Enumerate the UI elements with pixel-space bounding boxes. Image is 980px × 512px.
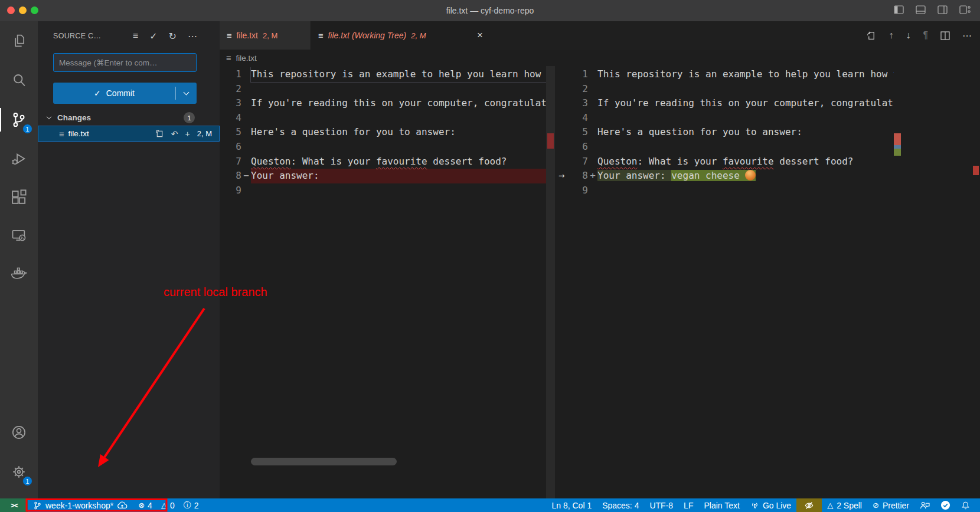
- status-check-button[interactable]: [935, 498, 956, 512]
- code-line: 5Here's a question for you to answer:: [220, 125, 546, 140]
- deleted-line-marker: [547, 133, 554, 149]
- highlight-toggle-button[interactable]: [796, 498, 822, 512]
- code-line: 6: [568, 140, 894, 155]
- prettier-indicator[interactable]: ⊘ Prettier: [867, 498, 914, 512]
- changed-file-row[interactable]: ≡ file.txt ↶ + 2, M: [38, 126, 220, 142]
- commit-dropdown-button[interactable]: [176, 83, 197, 104]
- eye-off-icon: [804, 501, 814, 510]
- sidebar-item-accounts[interactable]: [0, 413, 38, 452]
- changes-section-header[interactable]: Changes 1: [38, 110, 220, 126]
- sidebar-item-remote-explorer[interactable]: [0, 216, 38, 255]
- commit-message-input[interactable]: [53, 53, 197, 72]
- overview-ruler[interactable]: [972, 66, 980, 498]
- problems-indicator[interactable]: ⊗ 4 △ 0 ⓘ 2: [133, 498, 204, 512]
- code-line: 9: [568, 183, 894, 198]
- search-icon: [11, 72, 27, 88]
- source-control-panel: SOURCE C… ≡ ✓ ↻ ⋯ ✓ Commit Changes 1 ≡ f…: [38, 21, 220, 498]
- whitespace-toggle-icon[interactable]: ¶: [923, 30, 928, 41]
- tab-label: file.txt: [236, 31, 258, 40]
- tab-file-txt[interactable]: ≡ file.txt 2, M: [220, 21, 311, 50]
- line-number: 9: [568, 183, 588, 198]
- go-live-button[interactable]: Go Live: [745, 498, 796, 512]
- extensions-icon: [11, 189, 27, 206]
- activity-bar: 1 1: [0, 21, 38, 498]
- deleted-sign: −: [241, 169, 251, 183]
- titlebar: file.txt — cyf-demo-repo: [0, 0, 980, 21]
- previous-change-icon[interactable]: ↑: [888, 30, 893, 41]
- line-number: 1: [220, 67, 241, 82]
- sidebar-item-explorer[interactable]: [0, 21, 38, 60]
- tab-label: file.txt (Working Tree): [328, 31, 406, 40]
- toggle-secondary-sidebar-icon[interactable]: [937, 5, 948, 14]
- commit-action-icon[interactable]: ✓: [149, 31, 157, 42]
- sidebar-item-run-debug[interactable]: [0, 139, 38, 178]
- eol-indicator[interactable]: LF: [678, 498, 698, 512]
- warning-icon: △: [161, 501, 167, 510]
- cursor-position[interactable]: Ln 8, Col 1: [546, 498, 597, 512]
- revert-change-arrow[interactable]: →: [555, 168, 568, 182]
- customize-layout-icon[interactable]: [959, 5, 971, 14]
- minimize-window-button[interactable]: [19, 6, 27, 14]
- spell-checker-indicator[interactable]: △ 2 Spell: [822, 498, 867, 512]
- line-number: 3: [220, 96, 241, 111]
- breadcrumb[interactable]: ≡ file.txt: [220, 50, 980, 66]
- code-line: 2: [568, 82, 894, 97]
- check-circle-icon: [940, 500, 950, 510]
- code-line: 7Queston: What is your favourite dessert…: [220, 155, 546, 169]
- commit-button[interactable]: ✓ Commit: [53, 83, 197, 104]
- run-debug-icon: [11, 150, 27, 167]
- code-line-deleted: 8−Your answer:: [220, 169, 546, 183]
- remote-explorer-icon: [11, 227, 27, 244]
- maximize-window-button[interactable]: [31, 6, 38, 14]
- open-file-icon[interactable]: [155, 129, 164, 138]
- scrollbar-track[interactable]: [546, 66, 555, 498]
- sidebar-item-docker[interactable]: [0, 255, 38, 294]
- toggle-panel-icon[interactable]: [916, 5, 926, 14]
- sidebar-item-extensions[interactable]: [0, 178, 38, 217]
- toggle-sidebar-icon[interactable]: [894, 5, 904, 14]
- code-line-added: 8+Your answer: vegan cheese 🥧: [568, 169, 894, 183]
- chevron-down-icon: [47, 114, 51, 119]
- close-icon[interactable]: ×: [477, 29, 483, 41]
- sidebar-item-source-control[interactable]: 1: [0, 100, 38, 139]
- sidebar-item-search[interactable]: [0, 61, 38, 100]
- language-mode[interactable]: Plain Text: [698, 498, 744, 512]
- split-editor-icon[interactable]: [940, 31, 950, 40]
- encoding-indicator[interactable]: UTF-8: [644, 498, 678, 512]
- notifications-button[interactable]: [956, 498, 975, 512]
- editor-group: ≡ file.txt 2, M ≡ file.txt (Working Tree…: [220, 21, 980, 498]
- sidebar-item-settings[interactable]: 1: [0, 452, 38, 491]
- stage-changes-icon[interactable]: +: [185, 129, 190, 139]
- line-number: 7: [568, 155, 588, 169]
- added-sign: +: [588, 169, 597, 183]
- code-line: 6: [220, 140, 546, 155]
- indentation-indicator[interactable]: Spaces: 4: [597, 498, 644, 512]
- view-as-list-icon[interactable]: ≡: [133, 31, 138, 41]
- code-line: 7Queston: What is your favourite dessert…: [568, 155, 894, 169]
- discard-changes-icon[interactable]: ↶: [171, 129, 178, 139]
- line-number: 9: [220, 183, 241, 198]
- refresh-icon[interactable]: ↻: [169, 31, 177, 42]
- diff-overview-ruler[interactable]: [893, 66, 902, 498]
- chevron-down-icon: [184, 89, 190, 95]
- error-icon: ⊗: [138, 501, 145, 510]
- commit-button-label: Commit: [106, 88, 135, 98]
- remote-indicator[interactable]: ><: [0, 498, 28, 512]
- diff-editor: 1This repository is an example to help y…: [220, 66, 980, 498]
- line-number: 8: [220, 169, 241, 183]
- open-file-icon[interactable]: [866, 31, 876, 41]
- diff-pane-modified[interactable]: 1This repository is an example to help y…: [568, 66, 980, 498]
- close-window-button[interactable]: [7, 6, 15, 14]
- check-icon: ✓: [94, 88, 101, 98]
- branch-indicator[interactable]: week-1-workshop*: [28, 498, 133, 512]
- tab-decoration: 2, M: [411, 31, 426, 40]
- tab-file-txt-working-tree[interactable]: ≡ file.txt (Working Tree) 2, M ×: [311, 21, 490, 50]
- more-actions-icon[interactable]: ⋯: [962, 30, 972, 41]
- next-change-icon[interactable]: ↓: [906, 30, 910, 41]
- account-icon: [11, 424, 27, 441]
- horizontal-scrollbar[interactable]: [251, 458, 397, 465]
- diff-pane-original[interactable]: 1This repository is an example to help y…: [220, 66, 555, 498]
- feedback-button[interactable]: [914, 498, 935, 512]
- more-actions-icon[interactable]: ⋯: [188, 31, 197, 42]
- line-number: 3: [568, 96, 588, 111]
